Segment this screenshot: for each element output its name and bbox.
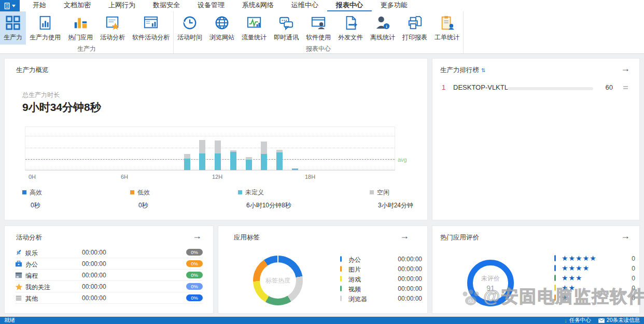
tag-row-视频[interactable]: 视频00:00:00 [340,284,422,294]
bar-segment-undefined [184,159,190,170]
menu-item-0[interactable]: 开始 [24,0,55,11]
panel-title: 热门应用评价 [440,233,479,242]
menu-item-2[interactable]: 上网行为 [100,0,144,11]
ribbon-group-1: 活动时间浏览网站流量统计即时通讯软件使用外发文件i离线统计打印报表工单统计报表中… [174,11,464,53]
ribbon-button-生产力[interactable]: 生产力 [0,11,26,45]
activity-row-我的关注[interactable]: 我的关注00:00:000% [15,281,203,292]
menu-item-1[interactable]: 文档加密 [55,0,100,11]
rating-row-4-stars[interactable]: ★★★★0 [554,264,635,274]
ribbon-button-label: 热门应用 [68,33,93,42]
tag-row-办公[interactable]: 办公00:00:00 [340,255,422,264]
rating-count: 0 [632,275,635,282]
legend-item-高效: 高效0秒 [22,188,42,210]
ribbon-button-工单统计[interactable]: 工单统计 [431,11,463,45]
unread-messages-button[interactable]: 20条未读信息 [598,317,640,324]
star-icons: ★★★★★ [562,254,597,262]
rating-rows: ★★★★★0★★★★0★★★0★★0★0 [554,254,635,303]
app-tags-panel: 应用标签 → 标签热度 办公00:00:00图片00:00:00游戏00:00:… [218,226,428,314]
ribbon-group-0: 生产力生产力使用热门应用活动分析软件活动分析生产力 [0,11,174,53]
productivity-grid-icon [4,14,22,32]
rating-row-5-stars[interactable]: ★★★★★0 [554,254,635,264]
bar-segment-undefined [199,153,205,170]
x-axis-tick-12H: 12H [212,174,222,180]
menu-item-3[interactable]: 数据安全 [144,0,189,11]
ribbon-button-软件活动分析[interactable]: 软件活动分析 [129,11,173,45]
tag-row-图片[interactable]: 图片00:00:00 [340,264,422,274]
menu-item-6[interactable]: 运维中心 [283,0,327,11]
sort-icon[interactable]: ⇅ [481,67,485,73]
tag-time: 00:00:00 [398,295,422,302]
rating-row-3-stars[interactable]: ★★★0 [554,274,635,284]
legend-value: 0秒 [138,201,150,210]
task-center-button[interactable]: ↓ 任务中心 [564,317,591,324]
ribbon-group-label: 报表中心 [174,45,463,53]
total-productivity-value: 9小时34分钟8秒 [22,100,101,115]
rating-row-2-stars[interactable]: ★★0 [554,284,635,293]
ribbon-button-浏览网站[interactable]: 浏览网站 [206,11,238,45]
rating-row-1-stars[interactable]: ★0 [554,293,635,303]
panel-title: 生产力概览 [16,66,49,75]
ribbon-button-活动时间[interactable]: 活动时间 [174,11,206,45]
app-menu-button[interactable] [0,0,20,11]
ribbon-button-即时通讯[interactable]: 即时通讯 [270,11,302,45]
arrow-right-icon[interactable]: → [192,231,202,241]
score-progress-bar [508,87,593,90]
ribbon-button-外发文件[interactable]: 外发文件 [334,11,367,45]
arrow-right-icon[interactable]: → [621,64,630,73]
ribbon-button-软件使用[interactable]: 软件使用 [302,11,334,45]
computer-name: DESKTOP-VLKTL... [453,83,514,91]
tag-color-marker [340,286,342,291]
more-handle-icon[interactable] [623,86,628,90]
activity-row-编程[interactable]: 编程00:00:000% [15,270,203,281]
status-ready-text: 就绪 [4,317,15,324]
productivity-ranking-panel: 生产力排行榜⇅ → 1DESKTOP-VLKTL...60 [432,58,640,220]
tag-time: 00:00:00 [398,275,422,283]
menu-item-4[interactable]: 设备管理 [189,0,233,11]
ribbon-button-生产力使用[interactable]: 生产力使用 [26,11,64,45]
globe-icon [213,14,231,32]
traffic-chart-icon [245,14,263,32]
ribbon-button-打印报表[interactable]: 打印报表 [399,11,431,45]
bar-segment-undefined [215,153,221,170]
chart-bar-12h [215,140,221,170]
ribbon-button-label: 即时通讯 [274,33,299,42]
file-send-icon [342,14,359,32]
activity-rows: 娱乐00:00:000%办公00:00:000%编程00:00:000%我的关注… [15,247,203,304]
arrow-right-icon[interactable]: → [621,231,630,241]
activity-time: 00:00:00 [82,272,106,279]
chat-bubbles-icon [277,14,295,32]
menu-item-8[interactable]: 更多功能 [372,0,416,11]
ribbon-button-离线统计[interactable]: i离线统计 [367,11,399,45]
tag-color-marker [340,295,342,301]
list-icon [15,294,22,302]
menu-item-7[interactable]: 报表中心 [327,0,372,11]
star-icons: ★★★ [562,274,583,282]
total-productivity-label: 总生产力时长 [22,91,60,100]
ribbon-button-活动分析[interactable]: 活动分析 [96,11,129,45]
ribbon-button-流量统计[interactable]: 流量统计 [238,11,270,45]
ribbon-button-label: 流量统计 [242,33,267,42]
microphone-icon [15,249,22,256]
menu-item-5[interactable]: 系统&网络 [233,0,283,11]
chart-bar-11h [199,140,205,170]
donut-center-label: 标签热度 [253,256,303,305]
arrow-right-icon[interactable]: → [400,231,409,241]
window-user-icon [310,14,327,32]
chevron-down-icon [12,5,16,7]
activity-row-娱乐[interactable]: 娱乐00:00:000% [15,247,203,258]
ranking-row[interactable]: 1DESKTOP-VLKTL...60 [432,82,639,94]
activity-time: 00:00:00 [82,283,106,290]
activity-row-其他[interactable]: 其他00:00:000% [15,292,203,304]
tag-row-浏览器[interactable]: 浏览器00:00:00 [340,294,422,304]
ribbon-button-label: 活动时间 [177,33,202,42]
unread-messages-label: 20条未读信息 [607,317,640,324]
rating-color-marker [554,265,556,271]
activity-percent-badge: 0% [186,283,203,290]
star-icons: ★★ [562,284,576,292]
tag-row-游戏[interactable]: 游戏00:00:00 [340,274,422,284]
bar-segment-undefined [292,168,298,170]
ribbon-button-热门应用[interactable]: 热门应用 [64,11,96,45]
ribbon-buttons: 活动时间浏览网站流量统计即时通讯软件使用外发文件i离线统计打印报表工单统计 [174,11,463,45]
x-axis-tick-6H: 6H [121,174,128,180]
activity-row-办公[interactable]: 办公00:00:000% [15,258,203,270]
